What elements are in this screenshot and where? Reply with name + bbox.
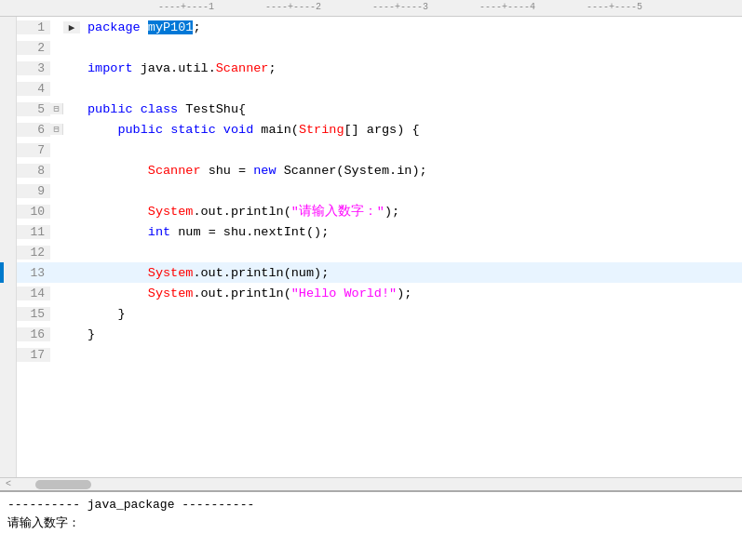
line-number-4: 4	[17, 82, 50, 96]
shu-decl: shu =	[201, 164, 254, 178]
line-number-10: 10	[17, 205, 50, 219]
console-output: 请输入数字：	[7, 514, 735, 533]
console-panel: ---------- java_package ---------- 请输入数字…	[0, 490, 742, 560]
fold-5[interactable]: ⊟	[50, 103, 63, 114]
indent-10	[88, 205, 148, 219]
kw-void: void	[223, 123, 262, 137]
code-line-5[interactable]: public class TestShu{	[80, 102, 742, 116]
code-line-6[interactable]: public static void main(String[] args) {	[80, 123, 742, 137]
code-line-15[interactable]: }	[80, 307, 742, 321]
code-line-14[interactable]: System.out.println("Hello World!");	[80, 287, 742, 300]
line-number-11: 11	[17, 225, 50, 239]
close-brace-15: }	[88, 307, 126, 321]
table-row: 16 }	[17, 324, 742, 344]
semicolon-3: ;	[268, 61, 276, 75]
table-row: 2	[17, 37, 742, 58]
num-decl: num = shu.nextInt();	[170, 225, 329, 239]
table-row: 10 System.out.println("请输入数字：");	[17, 201, 742, 221]
code-line-8[interactable]: Scanner shu = new Scanner(System.in);	[80, 164, 742, 178]
table-row: 14 System.out.println("Hello World!");	[17, 283, 742, 303]
fold-6[interactable]: ⊟	[50, 124, 63, 135]
ruler-tick-3: ----+----3	[372, 2, 428, 12]
ruler-tick-5: ----+----5	[587, 2, 642, 12]
kw-static: static	[170, 123, 223, 137]
line-number-14: 14	[17, 287, 50, 300]
table-row: 6 ⊟ public static void main(String[] arg…	[17, 119, 742, 140]
selected-myP101: myP101	[148, 20, 194, 34]
kw-new: new	[253, 164, 283, 178]
close-brace-16: }	[88, 327, 95, 341]
main-args: [] args) {	[344, 123, 419, 137]
println-14: .out.println(	[193, 287, 290, 300]
editor-container: ----+----1 ----+----2 ----+----3 ----+--…	[0, 0, 742, 560]
line-number-3: 3	[17, 61, 50, 75]
code-line-11[interactable]: int num = shu.nextInt();	[80, 225, 742, 239]
hello-world-str: "Hello World!"	[291, 287, 397, 300]
system-13: System	[148, 266, 194, 280]
code-line-16[interactable]: }	[80, 327, 742, 341]
table-row: 13 System.out.println(num);	[17, 262, 742, 283]
ruler-tick-1: ----+----1	[158, 2, 214, 12]
blue-marker	[0, 262, 4, 283]
line-number-12: 12	[17, 246, 50, 260]
table-row: 12	[17, 242, 742, 262]
table-row: 9	[17, 180, 742, 201]
lines-wrapper: 1 ▶ package myP101; 2 3 import	[17, 17, 742, 477]
line-number-6: 6	[17, 123, 50, 137]
scanner-new: Scanner	[148, 164, 201, 178]
table-row: 8 Scanner shu = new Scanner(System.in);	[17, 160, 742, 180]
ruler-tick-2: ----+----2	[265, 2, 321, 12]
import-path: java.util.	[141, 61, 216, 75]
kw-import: import	[88, 61, 141, 75]
kw-class: class	[141, 102, 186, 116]
indent-8	[88, 164, 148, 178]
gutter-arrow	[0, 17, 17, 477]
ruler-tick-4: ----+----4	[479, 2, 535, 12]
kw-public-5: public	[88, 102, 141, 116]
string-prompt: "请输入数字："	[291, 203, 384, 220]
line-number-13: 13	[17, 266, 50, 280]
table-row: 17	[17, 344, 742, 365]
ruler: ----+----1 ----+----2 ----+----3 ----+--…	[0, 0, 742, 17]
editor-body: 1 ▶ package myP101; 2 3 import	[0, 17, 742, 477]
import-scanner: Scanner	[216, 61, 269, 75]
line-number-16: 16	[17, 327, 50, 341]
system-10: System	[148, 205, 194, 219]
println-10: .out.println(	[193, 205, 290, 219]
arrow-1: ▶	[63, 21, 80, 33]
system-14: System	[148, 287, 194, 300]
semicolon-1: ;	[193, 20, 200, 34]
scanner-init: Scanner(System.in);	[284, 164, 427, 178]
line-number-2: 2	[17, 41, 50, 55]
kw-int: int	[148, 225, 170, 239]
table-row: 7	[17, 140, 742, 160]
table-row: 1 ▶ package myP101;	[17, 17, 742, 37]
code-line-3[interactable]: import java.util.Scanner;	[80, 61, 742, 75]
table-row: 3 import java.util.Scanner;	[17, 58, 742, 78]
console-separator: ---------- java_package ----------	[7, 496, 735, 514]
line-number-5: 5	[17, 102, 50, 116]
line-number-15: 15	[17, 307, 50, 321]
code-line-13[interactable]: System.out.println(num);	[80, 266, 742, 280]
table-row: 15 }	[17, 303, 742, 324]
indent-13	[88, 266, 148, 280]
scroll-left-icon[interactable]: <	[0, 479, 17, 489]
main-decl: main(	[261, 123, 299, 137]
println-num: .out.println(num);	[193, 266, 329, 280]
indent-14	[88, 287, 148, 300]
line-number-17: 17	[17, 348, 50, 362]
kw-public-6: public	[88, 123, 170, 137]
close-14: );	[397, 287, 411, 300]
horizontal-scrollbar[interactable]: <	[0, 477, 742, 490]
code-line-10[interactable]: System.out.println("请输入数字：");	[80, 203, 742, 220]
scrollbar-thumb[interactable]	[35, 480, 91, 489]
line-number-7: 7	[17, 143, 50, 157]
table-row: 5 ⊟ public class TestShu{	[17, 99, 742, 119]
line-number-1: 1	[17, 20, 50, 34]
indent-11	[88, 225, 148, 239]
string-type: String	[299, 123, 344, 137]
code-line-1[interactable]: package myP101;	[80, 20, 742, 34]
close-10: );	[384, 205, 399, 219]
line-number-9: 9	[17, 184, 50, 198]
kw-package: package	[88, 20, 148, 34]
